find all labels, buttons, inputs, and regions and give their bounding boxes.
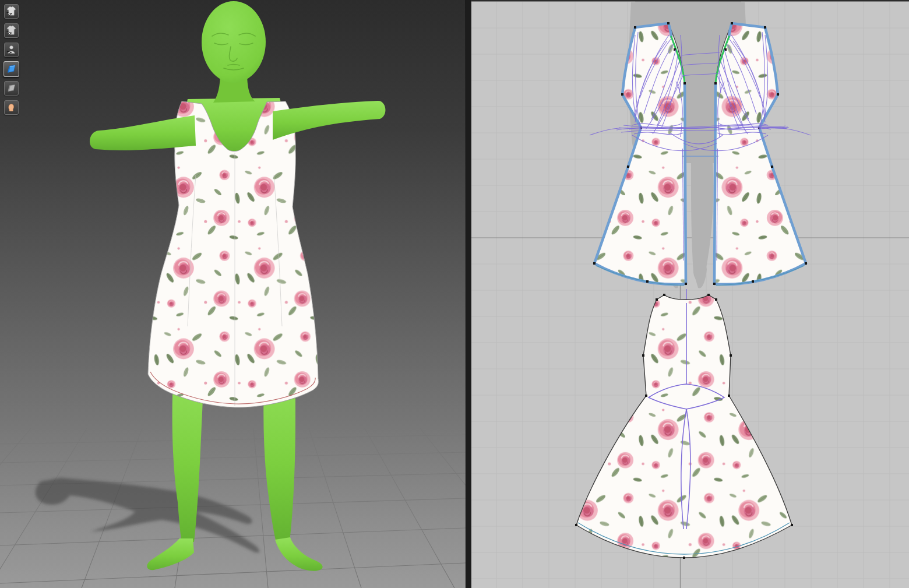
show-fabric-button[interactable] <box>4 81 19 96</box>
show-head-button[interactable] <box>4 100 19 115</box>
avatar-bust-icon <box>6 44 17 55</box>
workspace-graphics <box>0 0 909 588</box>
fabric-blue-icon <box>5 63 17 75</box>
panel-top-border <box>470 0 909 2</box>
avatar-head <box>202 1 266 83</box>
tshirt-icon <box>6 6 17 17</box>
view-toolbar <box>4 4 19 115</box>
show-avatar-button[interactable] <box>4 43 19 57</box>
panel-splitter[interactable] <box>466 0 471 588</box>
head-icon <box>6 102 17 113</box>
application-window <box>0 0 909 588</box>
show-garment-solid-button[interactable] <box>4 4 19 19</box>
2d-pattern-panel[interactable] <box>470 0 909 588</box>
show-garment-textured-button[interactable] <box>4 23 19 38</box>
fabric-gray-icon <box>6 83 17 94</box>
show-pattern-button[interactable] <box>3 61 19 77</box>
tshirt-icon <box>6 25 17 36</box>
